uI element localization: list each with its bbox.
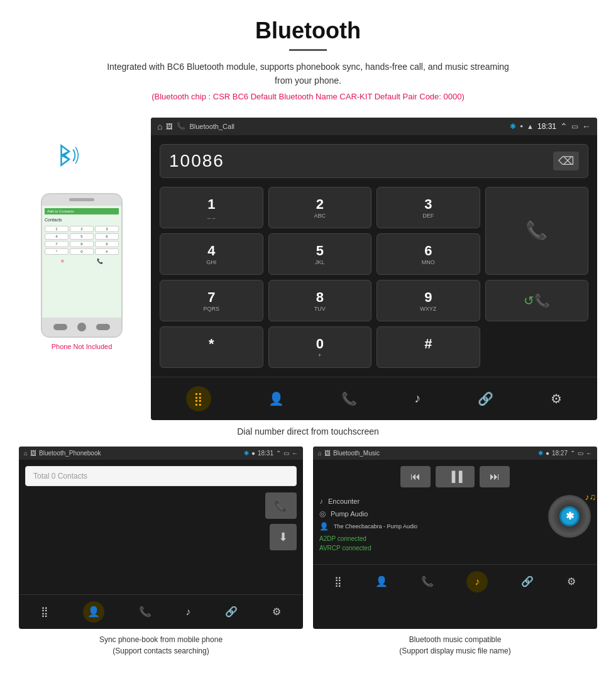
music-status-left: ⌂ 🖼 Bluetooth_Music [318, 450, 380, 457]
phone-key-8[interactable]: 8 [70, 241, 94, 247]
note-icon-cheeba: 👤 [319, 522, 329, 531]
back-icon[interactable]: ← [582, 121, 591, 131]
phone-key-5[interactable]: 5 [70, 233, 94, 240]
music-img-icon: 🖼 [324, 450, 331, 457]
pb-link-icon[interactable]: 🔗 [225, 606, 238, 618]
phonebook-bottom-bar: ⣿ 👤 📞 ♪ 🔗 ⚙ [19, 594, 303, 629]
phone-key-0[interactable]: 0 [70, 248, 94, 255]
pb-home-icon[interactable]: ⌂ [24, 450, 28, 457]
phone-key-hash[interactable]: # [95, 248, 119, 255]
phone-menu-btn[interactable] [96, 324, 110, 330]
keypad-bottom-icon[interactable]: ⣿ [186, 386, 211, 411]
phone-key-9[interactable]: 9 [95, 241, 119, 247]
music-play-button[interactable]: ▐▐ [436, 466, 475, 487]
phone-back-btn[interactable] [53, 324, 67, 330]
track-row-pump: ◎ Pump Audio [319, 508, 417, 520]
status-left: ⌂ 🖼 📞 Bluetooth_Call [157, 121, 234, 131]
phone-container: Add to Contacts Contacts 1 2 3 4 5 6 7 8… [19, 118, 145, 350]
phone-key-4[interactable]: 4 [45, 233, 69, 240]
phonebook-call-button[interactable]: 📞 [265, 492, 297, 519]
pb-status-left: ⌂ 🖼 Bluetooth_Phonebook [24, 450, 101, 457]
dial-status-bar: ⌂ 🖼 📞 Bluetooth_Call ✱ ● ▲ 18:31 ⌃ ▭ ← [151, 118, 597, 135]
pb-contacts-icon[interactable]: 👤 [83, 601, 104, 623]
keypad-key-1[interactable]: 1_ _ [160, 187, 263, 228]
music-next-button[interactable]: ⏭ [480, 466, 510, 487]
dot-icon: ● [520, 123, 523, 129]
pb-window-icon[interactable]: ▭ [283, 450, 289, 457]
disc-center: ✱ [559, 506, 580, 526]
pb-img-icon: 🖼 [30, 450, 36, 457]
pb-app-name: Bluetooth_Phonebook [39, 450, 101, 457]
phonebook-search-field[interactable]: Total 0 Contacts [25, 466, 297, 486]
window-icon[interactable]: ▭ [571, 122, 578, 131]
keypad-key-2[interactable]: 2ABC [268, 187, 372, 228]
music-window-icon[interactable]: ▭ [578, 450, 583, 457]
app-name-label: Bluetooth_Call [189, 123, 234, 130]
pb-dot-icon: ● [251, 450, 255, 457]
keypad-key-star[interactable]: * [160, 326, 263, 368]
track-row-encounter: ♪ Encounter [319, 495, 417, 508]
keypad-key-0[interactable]: 0+ [268, 326, 372, 368]
phonebook-buttons: 📞 ⬇ [25, 492, 297, 550]
pb-keypad-icon[interactable]: ⣿ [41, 606, 48, 618]
image-icon: 🖼 [166, 123, 173, 130]
keypad-key-7[interactable]: 7PQRS [160, 280, 263, 321]
phone-key-6[interactable]: 6 [95, 233, 119, 240]
phone-key-2[interactable]: 2 [70, 226, 94, 232]
music-track-list: ♪ Encounter ◎ Pump Audio 👤 The Cheecbaca… [319, 495, 417, 552]
music-note-icon[interactable]: ♪ [466, 571, 488, 592]
phone-key-1[interactable]: 1 [45, 226, 69, 232]
music-bottom-icon[interactable]: ♪ [414, 391, 421, 406]
backspace-button[interactable]: ⌫ [553, 152, 579, 170]
phone-bottom-icon[interactable]: 📞 [341, 391, 357, 406]
signal-icon: ▲ [527, 123, 534, 130]
music-link-icon[interactable]: 🔗 [521, 575, 534, 587]
keypad-key-4[interactable]: 4GHI [160, 233, 263, 275]
phonebook-status-bar: ⌂ 🖼 Bluetooth_Phonebook ✱ ● 18:31 ⌃ ▭ ← [19, 447, 303, 460]
home-icon[interactable]: ⌂ [157, 121, 162, 131]
music-panel: ⌂ 🖼 Bluetooth_Music ✱ ● 18:27 ⌃ ▭ ← ⏮ ▐▐ [313, 447, 597, 657]
keypad-key-9[interactable]: 9WXYZ [377, 280, 480, 321]
title-divider [289, 49, 327, 51]
pb-expand-icon[interactable]: ⌃ [276, 450, 281, 457]
call-icon: 📞 [177, 122, 185, 130]
music-contacts-icon[interactable]: 👤 [375, 575, 388, 587]
music-phone-icon[interactable]: 📞 [421, 575, 434, 587]
phone-key-7[interactable]: 7 [45, 241, 69, 247]
pb-phone-icon[interactable]: 📞 [139, 606, 151, 618]
keypad-key-6[interactable]: 6MNO [377, 233, 480, 275]
phone-key-3[interactable]: 3 [95, 226, 119, 232]
pb-status-right: ✱ ● 18:31 ⌃ ▭ ← [244, 450, 298, 457]
pb-back-icon[interactable]: ← [292, 450, 298, 457]
music-back-icon[interactable]: ← [586, 450, 592, 457]
dial-caption: Dial number direct from touchscreen [0, 426, 616, 436]
keypad-key-3[interactable]: 3DEF [377, 187, 480, 228]
phonebook-download-button[interactable]: ⬇ [270, 524, 297, 550]
keypad-key-8[interactable]: 8TUV [268, 280, 372, 321]
phone-speaker [69, 198, 94, 201]
music-prev-button[interactable]: ⏮ [400, 466, 431, 487]
phone-screen: Add to Contacts Contacts 1 2 3 4 5 6 7 8… [42, 206, 121, 318]
music-bottom-bar: ⣿ 👤 📞 ♪ 🔗 ⚙ [313, 564, 597, 599]
contacts-bottom-icon[interactable]: 👤 [268, 391, 284, 406]
track-name-encounter: Encounter [328, 497, 360, 505]
keypad-redial-button[interactable]: ↺📞 [485, 280, 589, 321]
pb-settings-icon[interactable]: ⚙ [272, 606, 281, 618]
settings-bottom-icon[interactable]: ⚙ [551, 391, 562, 406]
music-settings-icon[interactable]: ⚙ [567, 575, 576, 587]
avrcp-connected-label: AVRCP connected [319, 545, 417, 552]
music-home-icon[interactable]: ⌂ [318, 450, 322, 457]
keypad-key-5[interactable]: 5JKL [268, 233, 372, 275]
music-keypad-icon[interactable]: ⣿ [334, 575, 342, 587]
pb-music-icon[interactable]: ♪ [185, 606, 190, 618]
expand-icon[interactable]: ⌃ [560, 121, 568, 131]
music-status-right: ✱ ● 18:27 ⌃ ▭ ← [538, 450, 592, 457]
bottom-panels: ⌂ 🖼 Bluetooth_Phonebook ✱ ● 18:31 ⌃ ▭ ← … [0, 447, 616, 669]
keypad-key-hash[interactable]: # [377, 326, 480, 368]
link-bottom-icon[interactable]: 🔗 [478, 391, 493, 406]
phone-bottom [42, 318, 121, 336]
phone-key-star[interactable]: * [45, 248, 69, 255]
keypad-call-button[interactable]: 📞 [485, 187, 589, 275]
phone-home-btn[interactable] [77, 323, 86, 331]
music-expand-icon[interactable]: ⌃ [570, 450, 575, 457]
